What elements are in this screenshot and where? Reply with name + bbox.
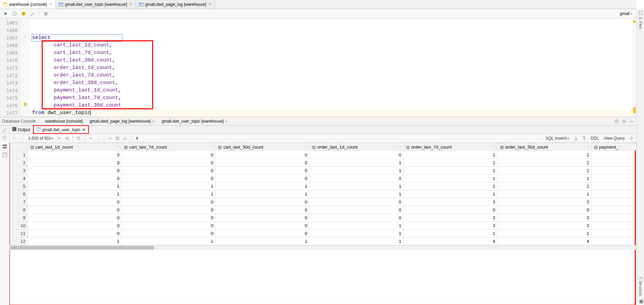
structure-panel-icon[interactable] — [640, 300, 642, 302]
cell[interactable]: 0 — [122, 175, 216, 182]
cell[interactable]: 2 — [403, 182, 497, 190]
minimize-icon[interactable]: — — [629, 119, 634, 124]
cell[interactable]: 1 — [497, 175, 591, 182]
prev-page-icon[interactable]: < — [19, 135, 25, 141]
lightbulb-icon[interactable] — [23, 102, 28, 107]
cell[interactable]: 1 — [28, 237, 122, 245]
table-row[interactable]: 4000011 — [10, 175, 636, 182]
horizontal-scrollbar[interactable] — [10, 245, 636, 250]
stop-icon[interactable] — [115, 135, 121, 141]
col-header[interactable]: ▦payment_ — [591, 143, 636, 151]
cell[interactable]: 3 — [497, 198, 591, 206]
cell[interactable]: 0 — [122, 167, 216, 175]
cell[interactable]: 3 — [497, 214, 591, 222]
layout-icon[interactable] — [2, 144, 8, 149]
cell[interactable]: 1 — [497, 230, 591, 237]
table-row[interactable]: 12111144 — [10, 237, 636, 245]
cell[interactable]: 1 — [122, 190, 216, 198]
table-row[interactable]: 9000033 — [10, 214, 636, 222]
cell[interactable]: 3 — [497, 222, 591, 230]
cell[interactable] — [591, 151, 636, 159]
col-header[interactable]: ▦cart_last_1d_count÷ — [28, 143, 122, 151]
cell[interactable]: 1 — [310, 182, 404, 190]
cell[interactable]: 3 — [403, 214, 497, 222]
console-tab-user-topic[interactable]: gmall.dwt_user_topic [warehouse] ✕ — [159, 118, 230, 125]
cell[interactable]: 1 — [310, 167, 404, 175]
cell[interactable]: 1 — [216, 190, 310, 198]
explain-plan-icon[interactable]: P — [20, 10, 27, 17]
cell[interactable]: 1 — [310, 190, 404, 198]
cell[interactable] — [591, 206, 636, 214]
console-tab-page-log[interactable]: gmall.dwd_page_log [warehouse] ✕ — [87, 118, 158, 125]
close-icon[interactable]: ✕ — [82, 127, 85, 132]
cell[interactable]: 0 — [403, 206, 497, 214]
cell[interactable]: 2 — [497, 159, 591, 167]
col-header[interactable]: ▦cart_last_30d_count÷ — [216, 143, 310, 151]
cell[interactable] — [591, 222, 636, 230]
schema-selector[interactable]: gmall ▾ — [618, 11, 634, 16]
cell[interactable] — [591, 167, 636, 175]
table-row[interactable]: 10000133 — [10, 222, 636, 230]
cell[interactable]: 0 — [310, 151, 404, 159]
table-row[interactable]: 1000011 — [10, 151, 636, 159]
next-page-icon[interactable]: > — [56, 135, 62, 141]
scroll-marker-strip[interactable] — [632, 18, 636, 117]
first-page-icon[interactable]: |< — [12, 135, 18, 141]
cell[interactable]: 1 — [497, 190, 591, 198]
tab-warehouse-console[interactable]: warehouse [console] ✕ — [0, 0, 56, 9]
cell[interactable]: 1 — [403, 175, 497, 182]
cell[interactable]: 0 — [216, 167, 310, 175]
cell[interactable]: 4 — [497, 237, 591, 245]
table-row[interactable]: 2000122 — [10, 159, 636, 167]
cell[interactable]: 1 — [310, 230, 404, 237]
cell[interactable]: 0 — [216, 175, 310, 182]
cell[interactable] — [591, 237, 636, 245]
remove-row-icon[interactable]: − — [95, 135, 101, 141]
cell[interactable]: 0 — [216, 151, 310, 159]
cell[interactable]: 0 — [28, 151, 122, 159]
add-row-icon[interactable]: + — [88, 135, 94, 141]
cell[interactable]: 1 — [122, 237, 216, 245]
result-grid[interactable]: ▦cart_last_1d_count÷ ▦cart_last_7d_count… — [10, 143, 636, 305]
col-header[interactable]: ▦cart_last_7d_count÷ — [122, 143, 216, 151]
cell[interactable]: 1 — [497, 151, 591, 159]
cell[interactable]: 2 — [497, 167, 591, 175]
files-panel-icon[interactable] — [638, 10, 643, 16]
cell[interactable]: 1 — [403, 151, 497, 159]
cell[interactable]: 0 — [122, 222, 216, 230]
table-row[interactable]: 11000111 — [10, 230, 636, 237]
view-query-button[interactable]: View Query — [602, 136, 626, 141]
cell[interactable]: 2 — [403, 159, 497, 167]
sql-editor[interactable]: 1465 1466 1467 1468 1469 1470 1471 1472 … — [0, 18, 636, 117]
cell[interactable]: 0 — [28, 230, 122, 237]
close-icon[interactable]: ✕ — [225, 120, 228, 123]
cell[interactable]: 0 — [497, 206, 591, 214]
cell[interactable]: 0 — [28, 206, 122, 214]
cell[interactable]: 1 — [403, 230, 497, 237]
col-header[interactable]: ▦order_last_30d_count÷ — [497, 143, 591, 151]
gear-icon[interactable] — [621, 119, 627, 124]
structure-panel-label[interactable]: 7: Structure — [639, 277, 643, 296]
cell[interactable]: 3 — [403, 198, 497, 206]
cell[interactable]: 0 — [122, 198, 216, 206]
transpose-icon[interactable] — [122, 135, 128, 141]
cell[interactable]: 0 — [310, 206, 404, 214]
cell[interactable]: 0 — [28, 167, 122, 175]
history-icon[interactable] — [11, 10, 18, 17]
cell[interactable]: 4 — [403, 237, 497, 245]
tab-dwd-page-log[interactable]: gmall.dwd_page_log [warehouse] ✕ — [136, 0, 215, 9]
cell[interactable]: 0 — [28, 214, 122, 222]
col-header[interactable]: ▦order_last_1d_count÷ — [310, 143, 404, 151]
cell[interactable] — [591, 182, 636, 190]
table-row[interactable]: 8000000 — [10, 206, 636, 214]
result-tab-user-topic[interactable]: gmall.dwt_user_topic ✕ — [33, 125, 89, 134]
cell[interactable]: 1 — [310, 159, 404, 167]
commit-icon[interactable]: DB — [107, 135, 113, 141]
cell[interactable]: 0 — [28, 175, 122, 182]
cell[interactable]: 0 — [122, 214, 216, 222]
cell[interactable]: 2 — [497, 182, 591, 190]
refresh-icon[interactable] — [76, 135, 82, 141]
cell[interactable]: 0 — [122, 159, 216, 167]
run-icon[interactable] — [2, 10, 10, 17]
upload-icon[interactable] — [581, 135, 587, 141]
